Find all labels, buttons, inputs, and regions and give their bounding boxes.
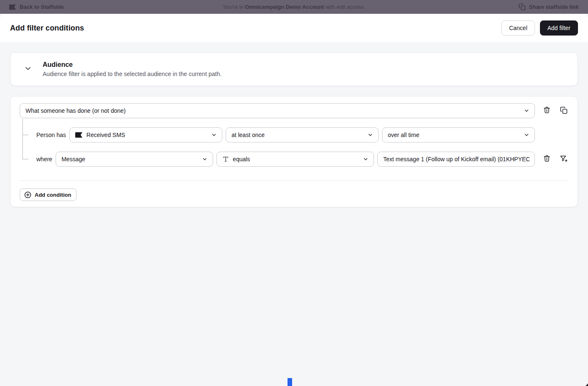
cancel-button[interactable]: Cancel (501, 20, 535, 36)
add-filter-button[interactable]: Add filter (540, 20, 578, 36)
value-input[interactable]: Text message 1 (Follow up of Kickoff ema… (377, 152, 535, 167)
add-subfilter-button[interactable] (559, 155, 568, 164)
value-input-text: Text message 1 (Follow up of Kickoff ema… (383, 156, 529, 163)
operator-value: equals (233, 156, 250, 163)
copy-icon (519, 3, 526, 10)
banner-prefix: You're in (223, 4, 245, 10)
frequency-select[interactable]: at least once (226, 127, 379, 142)
back-to-staffside-link[interactable]: Back to Staffside (9, 4, 64, 10)
trash-icon (543, 155, 551, 164)
duplicate-condition-button[interactable] (559, 106, 568, 115)
condition-actions (535, 106, 568, 115)
chevron-down-icon (524, 132, 529, 138)
chevron-down-icon (24, 64, 32, 74)
event-select[interactable]: Received SMS (69, 127, 222, 142)
chevron-down-icon (202, 156, 208, 162)
chevron-down-icon (211, 132, 217, 138)
page-title: Add filter conditions (10, 24, 84, 33)
event-controls: Received SMS at least once over all time (69, 127, 535, 142)
text-type-icon (222, 156, 229, 163)
share-link-label: Share staffside link (529, 4, 579, 10)
field-select[interactable]: Message (56, 152, 213, 167)
share-staffside-link[interactable]: Share staffside link (519, 3, 579, 10)
timeframe-value: over all time (388, 132, 419, 138)
timeframe-select[interactable]: over all time (382, 127, 535, 142)
modal-header: Add filter conditions Cancel Add filter (0, 14, 588, 42)
event-row-label: Person has (36, 132, 66, 138)
collapse-audience-button[interactable] (23, 64, 33, 74)
flag-icon (9, 4, 16, 10)
text-cursor-artifact (288, 378, 292, 386)
condition-type-select[interactable]: What someone has done (or not done) (20, 103, 535, 118)
where-controls: Message equals (56, 152, 535, 167)
frequency-value: at least once (232, 132, 265, 138)
add-filter-conditions-modal: Add filter conditions Cancel Add filter … (0, 14, 588, 386)
audience-section: Audience Audience filter is applied to t… (10, 52, 578, 86)
operator-select[interactable]: equals (216, 152, 374, 167)
filter-condition-card: What someone has done (or not done) (10, 96, 578, 207)
banner-suffix: with edit access. (324, 4, 365, 10)
audience-description: Audience filter is applied to the select… (43, 71, 221, 77)
add-condition-label: Add condition (35, 192, 71, 198)
where-row: where Message equals (36, 152, 568, 167)
account-access-banner: You're in Omnicampaign Demo Account with… (223, 0, 365, 14)
chevron-down-icon (363, 156, 369, 162)
audience-text-block: Audience Audience filter is applied to t… (43, 61, 221, 77)
flag-icon (75, 132, 83, 138)
audience-title: Audience (43, 61, 221, 69)
event-value: Received SMS (87, 132, 125, 138)
tree-connector-branch-event (22, 135, 28, 135)
card-divider (20, 180, 568, 181)
condition-type-value: What someone has done (or not done) (25, 107, 126, 114)
tree-connector-branch-where (22, 159, 28, 160)
staffside-topbar: Back to Staffside You're in Omnicampaign… (0, 0, 588, 14)
filter-plus-icon (560, 155, 568, 164)
field-value: Message (61, 156, 85, 163)
where-row-label: where (36, 156, 52, 163)
copy-icon (560, 107, 568, 115)
tree-connector-vertical (22, 119, 23, 159)
header-actions: Cancel Add filter (501, 20, 578, 36)
condition-type-row: What someone has done (or not done) (20, 103, 568, 118)
account-name: Omnicampaign Demo Account (245, 4, 324, 10)
back-link-label: Back to Staffside (20, 4, 64, 10)
event-row: Person has Received SMS at least once (36, 127, 568, 142)
where-actions (535, 155, 568, 164)
plus-circle-icon (24, 191, 31, 198)
trash-icon (543, 106, 551, 115)
chevron-down-icon (367, 132, 373, 138)
delete-where-button[interactable] (542, 155, 551, 164)
add-condition-button[interactable]: Add condition (20, 188, 76, 201)
chevron-down-icon (524, 108, 529, 114)
delete-condition-button[interactable] (542, 106, 551, 115)
